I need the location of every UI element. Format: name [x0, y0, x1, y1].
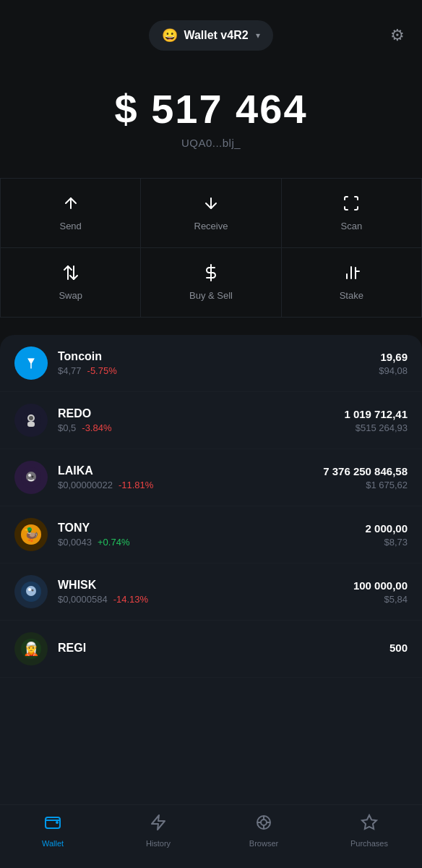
receive-label: Receive	[194, 221, 228, 231]
token-item-laika[interactable]: LAIKA $0,00000022 -11.81% 7 376 250 846,…	[0, 449, 422, 506]
redo-name: REDO	[58, 407, 344, 420]
laika-logo	[14, 461, 48, 494]
svg-rect-11	[27, 422, 35, 427]
toncoin-info: Toncoin $4,77 -5.75%	[58, 350, 379, 376]
history-nav-icon	[150, 814, 167, 835]
tony-info: TONY $0,0043 +0.74%	[58, 522, 366, 548]
redo-balance: 1 019 712,41	[344, 408, 408, 420]
scan-icon	[343, 195, 360, 215]
svg-point-14	[28, 474, 31, 477]
tony-name: TONY	[58, 522, 366, 535]
svg-point-28	[261, 820, 267, 825]
wallet-selector[interactable]: 😀 Wallet v4R2 ▾	[149, 20, 272, 51]
chevron-down-icon: ▾	[256, 30, 260, 41]
whisk-price: $0,0000584	[58, 594, 108, 605]
svg-point-21	[32, 590, 34, 592]
send-button[interactable]: Send	[1, 179, 141, 248]
purchases-nav-icon	[361, 814, 378, 835]
stake-label: Stake	[340, 290, 363, 301]
token-item-redo[interactable]: REDO $0,5 -3.84% 1 019 712,41 $515 264,9…	[0, 392, 422, 449]
toncoin-balance: 19,69	[379, 351, 408, 363]
toncoin-amounts: 19,69 $94,08	[379, 351, 408, 376]
purchases-nav-label: Purchases	[350, 839, 388, 848]
regi-name: REGI	[58, 642, 389, 655]
buysell-label: Buy & Sell	[189, 290, 233, 301]
token-item-whisk[interactable]: WHISK $0,0000584 -14.13% 100 000,00 $5,8…	[0, 563, 422, 621]
token-list: Toncoin $4,77 -5.75% 19,69 $94,08 REDO $…	[0, 335, 422, 804]
send-label: Send	[59, 221, 81, 231]
whisk-amounts: 100 000,00 $5,84	[353, 579, 408, 605]
tony-balance: 2 000,00	[366, 522, 408, 535]
regi-logo: 🧝	[14, 632, 48, 665]
nav-browser[interactable]: Browser	[211, 814, 316, 848]
token-item-toncoin[interactable]: Toncoin $4,77 -5.75% 19,69 $94,08	[0, 335, 422, 392]
laika-balance: 7 376 250 846,58	[323, 465, 408, 477]
swap-label: Swap	[59, 290, 82, 301]
laika-info: LAIKA $0,00000022 -11.81%	[58, 464, 323, 490]
nav-history[interactable]: History	[106, 814, 211, 848]
history-nav-label: History	[146, 839, 171, 848]
tony-value: $8,73	[366, 537, 408, 548]
redo-amounts: 1 019 712,41 $515 264,93	[344, 408, 408, 433]
redo-info: REDO $0,5 -3.84%	[58, 407, 344, 433]
toncoin-price: $4,77	[58, 365, 82, 376]
wallet-address[interactable]: UQA0...blj_	[181, 137, 241, 149]
nav-purchases[interactable]: Purchases	[316, 814, 422, 848]
nav-wallet[interactable]: Wallet	[0, 814, 106, 848]
receive-icon	[202, 195, 220, 215]
tony-price: $0,0043	[58, 537, 92, 548]
receive-button[interactable]: Receive	[141, 179, 281, 248]
token-item-tony[interactable]: 🦆 TONY $0,0043 +0.74% 2 000,00 $8,73	[0, 506, 422, 563]
whisk-change: -14.13%	[113, 594, 148, 605]
tony-logo: 🦆	[14, 518, 48, 551]
svg-point-15	[32, 476, 34, 478]
browser-nav-label: Browser	[249, 839, 278, 848]
whisk-name: WHISK	[58, 579, 353, 592]
toncoin-change: -5.75%	[87, 365, 117, 376]
stake-icon	[343, 264, 360, 284]
redo-logo	[14, 404, 48, 437]
regi-info: REGI	[58, 642, 389, 657]
whisk-value: $5,84	[353, 594, 408, 605]
regi-amounts: 500	[389, 642, 408, 656]
laika-change: -11.81%	[119, 480, 153, 490]
svg-point-20	[28, 588, 31, 591]
whisk-logo	[14, 575, 48, 608]
header: 😀 Wallet v4R2 ▾ ⚙	[0, 7, 422, 64]
svg-text:🧝: 🧝	[23, 641, 40, 657]
wallet-nav-icon	[44, 814, 61, 835]
stake-button[interactable]: Stake	[282, 248, 422, 318]
browser-nav-icon	[255, 814, 272, 835]
send-icon	[62, 195, 79, 215]
toncoin-value: $94,08	[379, 365, 408, 376]
whisk-info: WHISK $0,0000584 -14.13%	[58, 579, 353, 605]
svg-text:🦆: 🦆	[23, 527, 40, 542]
redo-change: -3.84%	[82, 422, 111, 433]
whisk-balance: 100 000,00	[353, 579, 408, 592]
laika-value: $1 675,62	[323, 480, 408, 490]
bottom-nav: Wallet History Browser Pur	[0, 804, 422, 868]
svg-marker-26	[152, 815, 165, 830]
toncoin-logo	[14, 346, 48, 380]
buysell-icon	[202, 264, 220, 284]
tony-change: +0.74%	[98, 537, 129, 548]
svg-point-19	[26, 586, 36, 596]
swap-button[interactable]: Swap	[1, 248, 141, 318]
toncoin-name: Toncoin	[58, 350, 379, 363]
redo-price: $0,5	[58, 422, 76, 433]
laika-amounts: 7 376 250 846,58 $1 675,62	[323, 465, 408, 490]
scan-button[interactable]: Scan	[282, 179, 422, 248]
regi-balance: 500	[389, 642, 408, 654]
settings-button[interactable]: ⚙	[390, 26, 405, 45]
buysell-button[interactable]: Buy & Sell	[141, 248, 281, 318]
balance-amount: $ 517 464	[114, 85, 307, 132]
wallet-name: Wallet v4R2	[184, 29, 248, 42]
wallet-nav-label: Wallet	[42, 839, 64, 848]
redo-value: $515 264,93	[344, 422, 408, 433]
token-item-regi[interactable]: 🧝 REGI 500	[0, 621, 422, 678]
swap-icon	[62, 264, 79, 284]
balance-section: $ 517 464 UQA0...blj_	[114, 85, 307, 149]
actions-grid: Send Receive Scan	[0, 178, 422, 318]
tony-amounts: 2 000,00 $8,73	[366, 522, 408, 548]
svg-point-10	[29, 416, 33, 420]
